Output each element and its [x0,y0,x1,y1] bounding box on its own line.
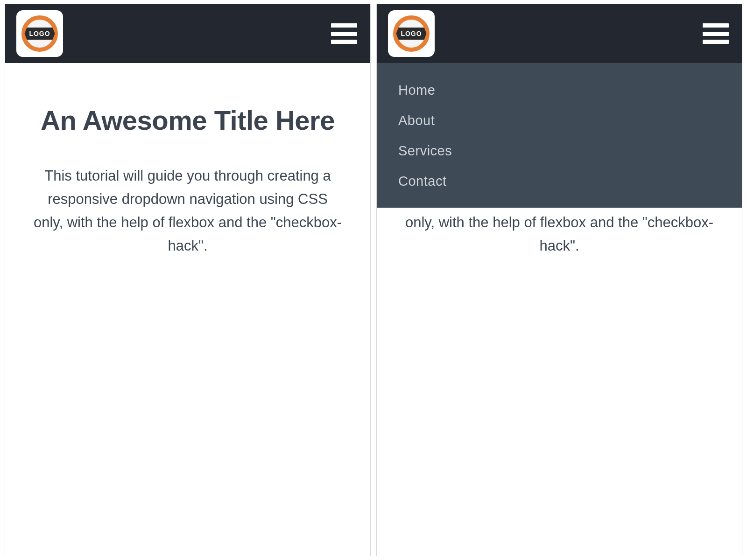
mobile-mockup-closed: LOGO An Awesome Title Here This tutorial… [5,4,371,556]
logo[interactable]: LOGO [16,10,63,57]
logo-badge-icon: LOGO [21,14,59,53]
navbar: LOGO [5,4,370,63]
mobile-mockup-open: LOGO An Awesome Title Here This tutorial… [376,4,742,556]
logo-badge-icon: LOGO [392,14,430,53]
page-description: This tutorial will guide you through cre… [28,164,348,258]
page-title: An Awesome Title Here [28,105,348,136]
navbar: LOGO [377,4,742,63]
logo-text: LOGO [24,28,55,40]
hamburger-menu-icon[interactable] [331,23,357,44]
dropdown-menu: Home About Services Contact [377,63,742,208]
hamburger-menu-icon[interactable] [703,23,729,44]
logo[interactable]: LOGO [388,10,435,57]
nav-item-contact[interactable]: Contact [377,166,742,196]
logo-text: LOGO [396,28,426,40]
nav-item-about[interactable]: About [377,105,742,136]
nav-item-home[interactable]: Home [377,75,742,105]
nav-item-services[interactable]: Services [377,136,742,166]
main-content: An Awesome Title Here This tutorial will… [5,63,370,258]
